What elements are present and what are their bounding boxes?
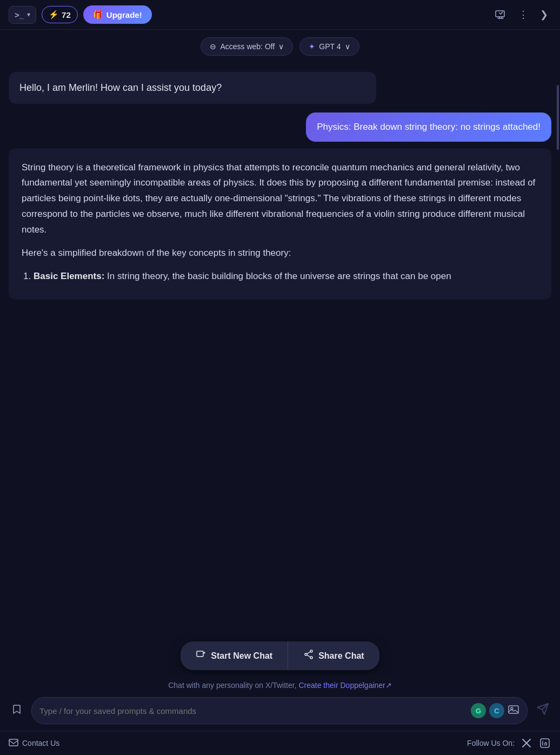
ai-response: String theory is a theoretical framework… — [9, 148, 551, 300]
start-new-chat-label: Start New Chat — [211, 651, 272, 661]
floating-actions-bar: Start New Chat Share Chat — [181, 641, 379, 670]
follow-us-section: Follow Us On: — [467, 737, 551, 750]
screen-share-button[interactable] — [491, 5, 510, 24]
contact-us-section[interactable]: Contact Us — [9, 738, 59, 749]
send-button[interactable] — [533, 699, 552, 722]
toolbar: ⊖ Access web: Off ∨ ✦ GPT 4 ∨ — [0, 30, 560, 63]
forward-icon: ❯ — [540, 9, 548, 21]
terminal-icon: >_ — [15, 10, 24, 19]
web-access-chevron: ∨ — [278, 42, 284, 51]
input-icons: G C — [471, 703, 519, 718]
chevron-down-icon: ▾ — [27, 11, 30, 18]
message-input[interactable] — [39, 706, 466, 716]
doppelganger-link[interactable]: Create their Doppelgainer↗ — [298, 681, 391, 690]
credits-count: 72 — [62, 10, 71, 19]
web-access-icon: ⊖ — [210, 42, 216, 51]
new-chat-icon — [196, 649, 206, 663]
input-area: G C — [0, 693, 560, 731]
promo-static-text: Chat with any personality on X/Twitter, — [168, 681, 296, 690]
ai-response-list: Basic Elements: In string theory, the ba… — [22, 269, 538, 284]
more-options-button[interactable]: ⋮ — [515, 5, 531, 24]
upgrade-label: Upgrade! — [106, 10, 142, 19]
svg-rect-7 — [9, 739, 18, 746]
scrollbar[interactable] — [557, 85, 559, 150]
user-message: Physics: Break down string theory: no st… — [306, 112, 551, 142]
prompt-icon-1[interactable]: G — [471, 703, 486, 718]
prompt-icon-2[interactable]: C — [489, 703, 504, 718]
chat-container: Hello, I am Merlin! How can I assist you… — [0, 63, 560, 675]
terminal-button[interactable]: >_ ▾ — [9, 6, 36, 24]
contact-us-label: Contact Us — [22, 739, 59, 747]
web-access-label: Access web: Off — [220, 42, 275, 51]
svg-rect-1 — [197, 651, 203, 657]
model-label: GPT 4 — [319, 42, 341, 51]
sparkle-icon: ✦ — [309, 42, 315, 51]
bot-greeting-text: Hello, I am Merlin! How can I assist you… — [19, 82, 222, 93]
floating-actions: Start New Chat Share Chat — [0, 641, 560, 670]
credits-badge: ⚡ 72 — [42, 6, 78, 23]
bot-greeting-message: Hello, I am Merlin! How can I assist you… — [9, 72, 376, 104]
ai-response-p2: Here's a simplified breakdown of the key… — [22, 246, 538, 261]
svg-rect-5 — [509, 706, 518, 713]
email-icon — [9, 738, 18, 749]
web-access-button[interactable]: ⊖ Access web: Off ∨ — [201, 37, 293, 56]
list-item-bold: Basic Elements: — [34, 271, 104, 281]
message-input-wrapper: G C — [31, 697, 528, 724]
forward-button[interactable]: ❯ — [537, 5, 551, 24]
model-select-button[interactable]: ✦ GPT 4 ∨ — [299, 37, 359, 56]
list-item-text: In string theory, the basic building blo… — [104, 271, 451, 281]
list-item: Basic Elements: In string theory, the ba… — [34, 269, 538, 284]
share-chat-label: Share Chat — [318, 651, 364, 661]
linkedin-button[interactable] — [538, 737, 551, 750]
upgrade-button[interactable]: 🎁 Upgrade! — [83, 5, 152, 24]
bolt-icon: ⚡ — [49, 10, 59, 19]
bookmark-button[interactable] — [8, 700, 26, 721]
footer: Contact Us Follow Us On: — [0, 731, 560, 755]
follow-us-label: Follow Us On: — [467, 739, 515, 747]
share-icon — [303, 649, 314, 663]
promo-text: Chat with any personality on X/Twitter, … — [0, 675, 560, 693]
more-icon: ⋮ — [518, 9, 528, 21]
chat-area: Hello, I am Merlin! How can I assist you… — [0, 63, 560, 658]
share-chat-button[interactable]: Share Chat — [288, 641, 379, 670]
gift-icon: 🎁 — [93, 10, 103, 19]
header: >_ ▾ ⚡ 72 🎁 Upgrade! ⋮ ❯ — [0, 0, 560, 30]
user-message-text: Physics: Break down string theory: no st… — [317, 122, 541, 132]
image-upload-icon[interactable] — [508, 704, 519, 718]
ai-response-p1: String theory is a theoretical framework… — [22, 160, 538, 238]
x-twitter-button[interactable] — [520, 737, 533, 750]
start-new-chat-button[interactable]: Start New Chat — [181, 641, 288, 670]
model-chevron: ∨ — [345, 42, 350, 51]
